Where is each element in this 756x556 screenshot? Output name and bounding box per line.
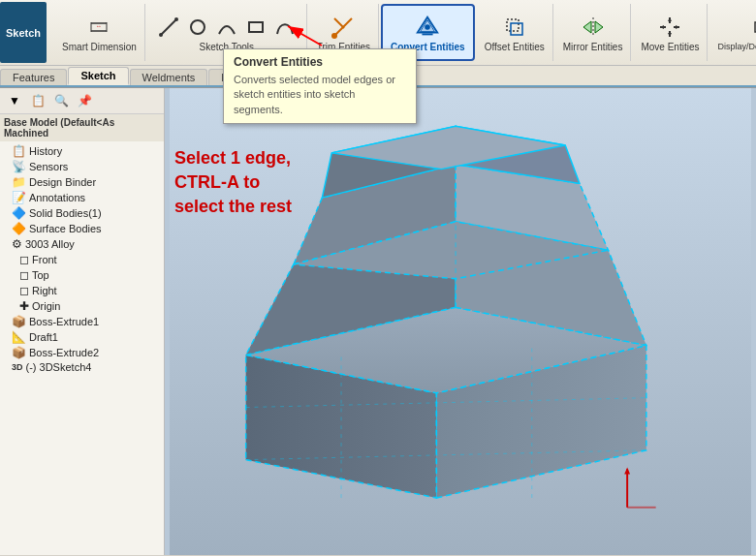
tool-display-relations[interactable]: Display/Delete Relations [709,4,756,61]
svg-text:↔: ↔ [96,23,102,29]
collapse-btn[interactable]: 📋 [27,90,48,111]
tool-mirror[interactable]: Mirror Entities [555,4,632,61]
instruction-overlay: Select 1 edge, CTRL-A to select the rest [174,146,292,220]
tree-item-boss-extrude2[interactable]: 📦 Boss-Extrude2 [0,345,164,360]
tree-item-boss-extrude1[interactable]: 📦 Boss-Extrude1 [0,314,164,329]
tree-item-annotations[interactable]: 📝 Annotations [0,190,164,205]
tooltip-description: Converts selected model edges or sketch … [234,73,406,117]
sensors-label: Sensors [29,161,68,172]
sidebar-toolbar: ▼ 📋 🔍 📌 [0,88,164,114]
3dsketch4-icon: 3D [12,362,23,372]
sidebar: ▼ 📋 🔍 📌 Base Model (Default<As Machined … [0,88,165,555]
top-plane-icon: ◻ [19,268,29,282]
boss-extrude1-label: Boss-Extrude1 [29,316,99,327]
convert-entities-tooltip: Convert Entities Converts selected model… [223,48,417,124]
convert-entities-btn[interactable] [414,14,441,41]
tool-offset[interactable]: Offset Entities [477,4,553,61]
main-area: ▼ 📋 🔍 📌 Base Model (Default<As Machined … [0,88,756,555]
tool-smart-dimension[interactable]: ↔ Smart Dimension [54,4,145,61]
boss-extrude2-label: Boss-Extrude2 [29,347,99,358]
tab-weldments[interactable]: Weldments [130,69,208,85]
material-icon: ⚙ [12,237,22,251]
mirror-entities-icon [581,15,606,40]
svg-marker-23 [660,25,664,29]
line-btn[interactable] [155,14,182,41]
pushpin-btn[interactable]: 📌 [74,90,95,111]
arc-icon [216,16,237,38]
display-relations-btn[interactable] [751,14,756,41]
solid-bodies-icon: 🔷 [12,206,26,220]
boss-extrude1-icon: 📦 [12,315,26,328]
tree-item-draft1[interactable]: 📐 Draft1 [0,329,164,345]
svg-line-36 [288,26,322,46]
smart-dimension-btn[interactable]: ↔ [85,14,112,41]
svg-rect-17 [511,23,522,35]
viewport[interactable]: Select 1 edge, CTRL-A to select the rest [165,88,756,555]
mirror-label: Mirror Entities [563,42,623,52]
svg-marker-20 [595,21,603,33]
material-label: 3003 Alloy [25,238,75,250]
tree-item-material[interactable]: ⚙ 3003 Alloy [0,236,164,252]
svg-point-8 [191,20,205,34]
svg-point-6 [159,33,163,37]
design-binder-label: Design Binder [29,176,96,188]
tree-item-history[interactable]: 📋 History [0,143,164,159]
history-icon: 📋 [12,144,26,158]
offset-label: Offset Entities [485,42,545,52]
origin-label: Origin [32,300,60,312]
tree-item-sensors[interactable]: 📡 Sensors [0,159,164,174]
design-binder-icon: 📁 [12,175,26,189]
line-icon [158,16,179,38]
svg-rect-16 [507,19,519,31]
instruction-line3: select the rest [174,195,292,219]
tooltip-title: Convert Entities [234,55,406,69]
smart-dimension-icon: ↔ [87,15,110,39]
tree-item-design-binder[interactable]: 📁 Design Binder [0,174,164,190]
3dsketch4-label: (-) 3DSketch4 [26,361,92,373]
mirror-entities-btn[interactable] [580,14,607,41]
history-label: History [29,145,62,157]
origin-icon: ✚ [19,299,29,313]
circle-btn[interactable] [184,14,211,41]
svg-line-5 [161,19,176,35]
move-entities-icon [657,15,682,40]
sensors-icon: 📡 [12,160,26,173]
svg-marker-24 [676,25,679,29]
smart-dimension-label: Smart Dimension [62,42,137,52]
boss-extrude2-icon: 📦 [12,346,26,359]
tree-item-front[interactable]: ◻ Front [0,252,164,267]
sketch-label: Sketch [0,2,47,63]
instruction-line2: CTRL-A to [174,170,292,195]
annotations-label: Annotations [29,192,85,203]
filter-btn[interactable]: ▼ [4,90,25,111]
tree-item-3dsketch4[interactable]: 3D (-) 3DSketch4 [0,360,164,374]
search-btn[interactable]: 🔍 [50,90,72,111]
tree-item-surface-bodies[interactable]: 🔶 Surface Bodies [0,221,164,236]
tree-item-right[interactable]: ◻ Right [0,283,164,298]
tool-move[interactable]: Move Entities [633,4,708,61]
front-plane-icon: ◻ [19,253,29,266]
surface-bodies-icon: 🔶 [12,222,26,235]
tab-features[interactable]: Features [0,69,67,85]
trim-entities-icon [331,15,356,40]
svg-marker-21 [668,17,672,21]
instruction-line1: Select 1 edge, [174,146,292,170]
right-plane-icon: ◻ [19,284,29,297]
tree-item-origin[interactable]: ✚ Origin [0,298,164,314]
solid-bodies-label: Solid Bodies(1) [29,207,102,219]
draft1-icon: 📐 [12,330,26,344]
offset-entities-icon [502,15,527,40]
feature-tree[interactable]: 📋 History 📡 Sensors 📁 Design Binder 📝 An… [0,141,164,555]
tab-sketch[interactable]: Sketch [68,67,128,85]
move-label: Move Entities [641,42,699,52]
tree-item-solid-bodies[interactable]: 🔷 Solid Bodies(1) [0,205,164,221]
right-label: Right [32,285,57,296]
trim-entities-btn[interactable] [330,14,357,41]
arc-btn[interactable] [213,14,240,41]
svg-line-11 [334,18,344,28]
offset-entities-btn[interactable] [501,14,528,41]
move-entities-btn[interactable] [656,14,683,41]
tree-item-top[interactable]: ◻ Top [0,267,164,283]
annotations-icon: 📝 [12,191,26,204]
front-label: Front [32,254,57,265]
